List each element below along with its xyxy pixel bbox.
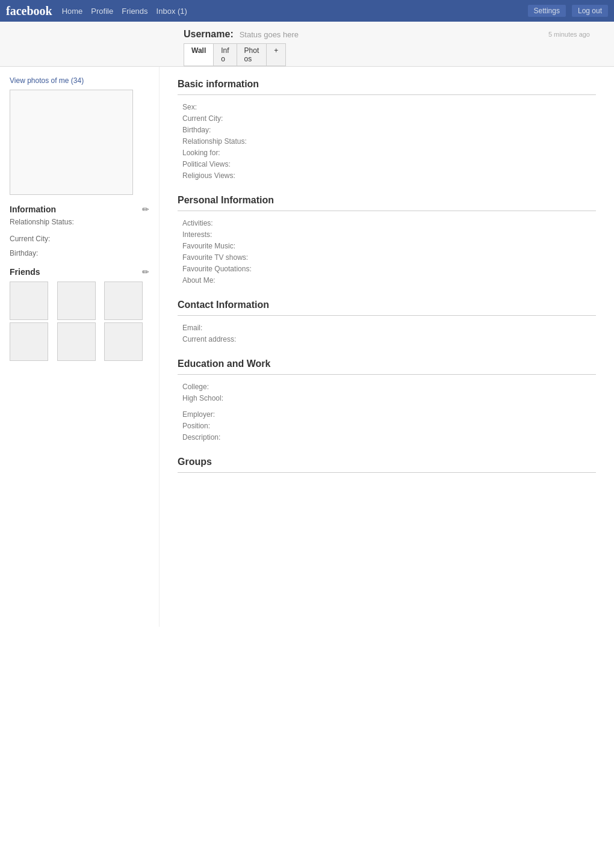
right-content: Basic information Sex: Current City: Bir… [160,67,614,627]
friend-thumb-1[interactable] [10,282,48,320]
basic-information-section: Basic information Sex: Current City: Bir… [178,79,596,180]
facebook-logo: facebook [6,4,52,18]
field-interests: Interests: [178,230,596,239]
sidebar-birthday: Birthday: [10,248,149,259]
friends-edit-icon[interactable]: ✏ [142,267,149,277]
field-favourite-music: Favourite Music: [178,241,596,251]
tab-info[interactable]: Info [213,43,236,66]
username-label: Username: [184,29,234,40]
nav-right-buttons: Settings Log out [528,5,608,17]
profile-photo-box [10,90,133,195]
field-college: College: [178,382,596,392]
sidebar-friends-title: Friends [10,267,40,277]
view-photos-link[interactable]: View photos of me (34) [10,76,149,85]
top-navigation: facebook Home Profile Friends Inbox (1) … [0,0,614,22]
tab-photos[interactable]: Photos [237,43,267,66]
personal-information-title: Personal Information [178,195,596,206]
education-work-divider [178,374,596,375]
field-birthday: Birthday: [178,125,596,135]
field-description: Description: [178,432,596,442]
status-text: Status goes here [240,30,299,39]
field-email: Email: [178,323,596,333]
information-edit-icon[interactable]: ✏ [142,205,149,214]
education-work-section: Education and Work College: High School:… [178,359,596,442]
groups-title: Groups [178,457,596,467]
field-current-address: Current address: [178,334,596,344]
field-sex: Sex: [178,102,596,112]
field-favourite-tv: Favourite TV shows: [178,253,596,262]
field-looking-for: Looking for: [178,148,596,158]
contact-information-title: Contact Information [178,300,596,310]
field-favourite-quotations: Favourite Quotations: [178,264,596,274]
sidebar-relationship-status: Relationship Status: [10,217,149,227]
sidebar-friends-section: Friends ✏ [10,267,149,361]
left-sidebar: View photos of me (34) Information ✏ Rel… [0,67,160,627]
education-work-title: Education and Work [178,359,596,369]
friend-thumb-2[interactable] [57,282,96,320]
groups-section: Groups [178,457,596,600]
sidebar-information-section: Information ✏ Relationship Status: Curre… [10,205,149,259]
profile-tabs: Wall Info Photos + [172,40,602,66]
sidebar-information-header: Information ✏ [10,205,149,214]
friend-thumb-4[interactable] [10,322,48,361]
field-religious-views: Religious Views: [178,171,596,180]
sidebar-current-city: Current City: [10,233,149,244]
nav-inbox[interactable]: Inbox (1) [157,7,187,16]
nav-friends[interactable]: Friends [122,7,147,16]
profile-header: Username: Status goes here 5 minutes ago… [0,22,614,67]
basic-info-divider [178,94,596,95]
field-relationship-status: Relationship Status: [178,137,596,146]
field-high-school: High School: [178,393,596,403]
nav-profile[interactable]: Profile [91,7,113,16]
groups-divider [178,472,596,473]
tab-wall[interactable]: Wall [184,43,213,66]
sidebar-information-title: Information [10,205,56,214]
settings-button[interactable]: Settings [528,5,566,17]
profile-username-row: Username: Status goes here 5 minutes ago [172,22,602,40]
field-position: Position: [178,421,596,431]
contact-info-divider [178,315,596,316]
basic-information-title: Basic information [178,79,596,90]
friend-thumb-5[interactable] [57,322,96,361]
field-activities: Activities: [178,218,596,228]
field-current-city: Current City: [178,114,596,123]
personal-info-divider [178,211,596,211]
field-about-me: About Me: [178,275,596,285]
sidebar-friends-header: Friends ✏ [10,267,149,277]
logout-button[interactable]: Log out [572,5,608,17]
field-political-views: Political Views: [178,159,596,169]
groups-content-area [178,480,596,600]
field-employer: Employer: [178,410,596,419]
contact-information-section: Contact Information Email: Current addre… [178,300,596,344]
main-layout: View photos of me (34) Information ✏ Rel… [0,67,614,627]
timestamp: 5 minutes ago [548,31,590,38]
friend-thumb-3[interactable] [104,282,143,320]
friends-grid [10,282,149,361]
tab-more[interactable]: + [266,43,286,66]
friend-thumb-6[interactable] [104,322,143,361]
nav-home[interactable]: Home [62,7,83,16]
personal-information-section: Personal Information Activities: Interes… [178,195,596,285]
